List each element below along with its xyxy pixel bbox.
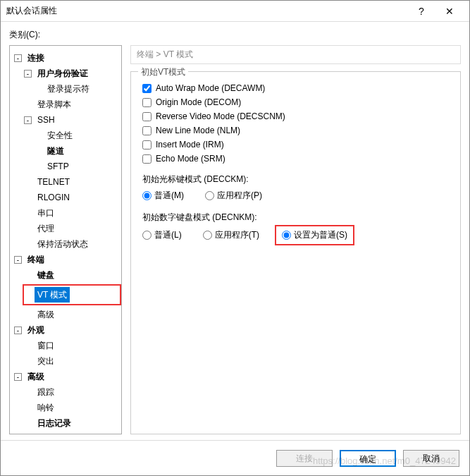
close-button[interactable]: ✕ [435, 6, 464, 17]
cancel-button[interactable]: 取消 [403, 450, 459, 467]
cursor-app-radio[interactable]: 应用程序(P) [205, 190, 262, 202]
category-tree[interactable]: -连接 -用户身份验证 登录提示符 登录脚本 -SSH 安全性 隧道 SFTP [9, 45, 122, 434]
check-reverse[interactable]: Reverse Video Mode (DECSCNM) [142, 111, 449, 121]
tree-logging[interactable]: 日志记录 [24, 415, 118, 431]
tree-advanced[interactable]: -高级 跟踪 响铃 日志记录 [14, 369, 118, 431]
check-insert[interactable]: Insert Mode (IRM) [142, 140, 449, 149]
cursor-mode-label: 初始光标键模式 (DECCKM): [142, 173, 449, 185]
insert-checkbox[interactable] [142, 140, 151, 149]
category-label: 类别(C): [9, 29, 461, 41]
newline-checkbox[interactable] [142, 126, 151, 135]
tree-serial[interactable]: 串口 [24, 205, 118, 221]
breadcrumb: 终端 > VT 模式 [130, 45, 461, 64]
keypad-setnormal-radio[interactable]: 设置为普通(S) [282, 229, 347, 241]
tree-proxy[interactable]: 代理 [24, 221, 118, 236]
tree-vt-mode[interactable]: VT 模式 [23, 284, 121, 305]
tree-keepalive[interactable]: 保持活动状态 [24, 236, 118, 252]
dialog-footer: 连接 确定 取消 [1, 440, 469, 475]
check-autowrap[interactable]: Auto Wrap Mode (DECAWM) [142, 83, 449, 93]
check-origin[interactable]: Origin Mode (DECOM) [142, 97, 449, 107]
tree-file-transfer[interactable]: -文件传输 X/YMODEM ZMODEM [14, 431, 118, 434]
ok-button[interactable]: 确定 [340, 450, 396, 467]
vt-mode-group: 初始VT模式 Auto Wrap Mode (DECAWM) Origin Mo… [130, 71, 461, 434]
echo-checkbox[interactable] [142, 154, 151, 164]
title-bar: 默认会话属性 ? ✕ [1, 1, 469, 22]
tree-sftp[interactable]: SFTP [34, 159, 118, 174]
tree-trace[interactable]: 跟踪 [24, 384, 118, 400]
autowrap-checkbox[interactable] [142, 84, 151, 93]
tree-user-auth[interactable]: -用户身份验证 登录提示符 [24, 66, 118, 97]
tree-advanced-terminal[interactable]: 高级 [24, 307, 118, 322]
help-button[interactable]: ? [407, 6, 435, 17]
tree-terminal[interactable]: -终端 键盘 VT 模式 高级 [14, 252, 118, 322]
origin-checkbox[interactable] [142, 98, 151, 107]
tree-window[interactable]: 窗口 [24, 338, 118, 353]
tree-keyboard[interactable]: 键盘 [24, 267, 118, 283]
keypad-app-radio[interactable]: 应用程序(T) [203, 229, 259, 241]
keypad-mode-label: 初始数字键盘模式 (DECNKM): [142, 212, 449, 224]
group-title: 初始VT模式 [138, 66, 188, 78]
tree-highlight[interactable]: 突出 [24, 353, 118, 369]
cursor-normal-radio[interactable]: 普通(M) [142, 190, 184, 202]
collapse-icon[interactable]: - [14, 54, 22, 62]
collapse-icon[interactable]: - [14, 256, 22, 264]
tree-connection[interactable]: -连接 -用户身份验证 登录提示符 登录脚本 -SSH 安全性 隧道 SFTP [14, 50, 118, 252]
collapse-icon[interactable]: - [24, 70, 32, 78]
tree-rlogin[interactable]: RLOGIN [24, 190, 118, 205]
collapse-icon[interactable]: - [14, 327, 22, 334]
tree-login-script[interactable]: 登录脚本 [24, 97, 118, 112]
tree-bell[interactable]: 响铃 [24, 400, 118, 415]
window-title: 默认会话属性 [6, 5, 407, 17]
collapse-icon[interactable]: - [24, 116, 32, 124]
check-echo[interactable]: Echo Mode (SRM) [142, 154, 449, 164]
tree-login-prompt[interactable]: 登录提示符 [34, 81, 118, 97]
collapse-icon[interactable]: - [14, 373, 22, 381]
tree-security[interactable]: 安全性 [34, 128, 118, 143]
connect-button: 连接 [276, 450, 333, 467]
check-newline[interactable]: New Line Mode (NLM) [142, 126, 449, 135]
reverse-checkbox[interactable] [142, 112, 151, 121]
tree-ssh[interactable]: -SSH 安全性 隧道 SFTP [24, 112, 118, 174]
tree-tunnel[interactable]: 隧道 [34, 143, 118, 159]
tree-appearance[interactable]: -外观 窗口 突出 [14, 322, 118, 369]
keypad-normal-radio[interactable]: 普通(L) [142, 229, 182, 241]
tree-telnet[interactable]: TELNET [24, 174, 118, 190]
